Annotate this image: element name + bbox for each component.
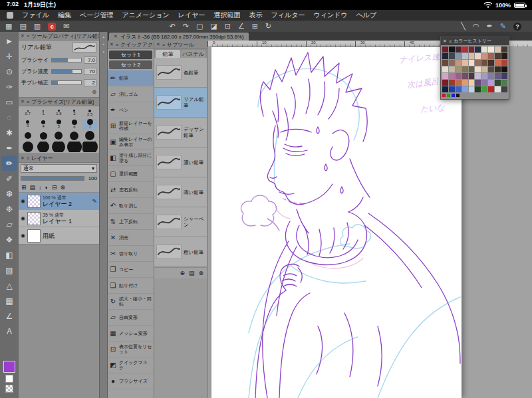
auto-select-tool[interactable]: ✱ [1,125,17,140]
brush-size-preset[interactable]: 2 [66,108,82,118]
color-swatch[interactable] [475,80,481,86]
color-swatch[interactable] [475,86,481,92]
panel-menu-icon[interactable]: ≡ [27,156,29,161]
app-menu-icon[interactable] [7,12,13,19]
quick-access-item[interactable]: ▱消しゴム [108,86,154,102]
color-swatch[interactable] [495,73,501,79]
pencil-tool[interactable]: ✏ [1,155,17,171]
eraser-tool[interactable]: ▱ [1,217,17,232]
color-swatch[interactable] [456,80,462,86]
color-swatch[interactable] [442,73,448,79]
color-swatch[interactable] [449,47,455,52]
delete-subtool-icon[interactable]: ⊗ [198,270,203,276]
color-swatch[interactable] [501,60,507,66]
color-swatch[interactable] [481,73,487,79]
color-swatch[interactable] [462,80,468,86]
menu-item-ヘルプ[interactable]: ヘルプ [356,11,377,20]
brush-size-preset[interactable] [35,142,51,152]
new-layer-icon[interactable]: ⊞ [21,184,27,191]
figure-tool[interactable]: △ [1,278,17,293]
color-swatch[interactable] [469,47,475,52]
color-swatch-small[interactable] [447,94,450,97]
color-swatch[interactable] [469,60,475,66]
wrench-icon[interactable]: ⊚ [92,89,96,95]
color-swatch[interactable] [469,53,475,59]
color-swatch[interactable] [449,66,455,72]
quick-access-item[interactable]: ◧塗り残し部分に塗る [108,150,154,166]
color-swatch[interactable] [488,53,494,59]
panel-menu-icon[interactable]: ≡ [162,43,165,47]
blend-mode-dropdown[interactable]: 通常 ▾ [21,164,97,173]
main-color-swatch[interactable] [3,361,15,373]
color-swatch[interactable] [462,60,468,66]
color-swatch[interactable] [469,66,475,72]
new-folder-icon[interactable]: ▤ [30,184,36,191]
fill-tool[interactable]: ◧ [1,247,17,262]
clip-studio-icon[interactable]: c [48,23,56,31]
menu-item-レイヤー[interactable]: レイヤー [178,11,205,20]
color-swatch[interactable] [469,80,475,86]
color-swatch[interactable] [481,60,487,66]
brush-icon[interactable]: ✎ [500,21,506,32]
menu-item-アニメーション[interactable]: アニメーション [122,11,169,20]
color-swatch[interactable] [475,66,481,72]
close-icon[interactable]: ✕ [21,99,25,104]
blend-tool[interactable]: ❖ [1,232,17,247]
color-swatch[interactable] [456,47,462,52]
dock-handle-icon[interactable]: ▪ [102,43,104,47]
quick-access-item[interactable]: ⊞新規レイヤーを作成 [108,118,154,134]
brush-size-preset[interactable]: 7 [82,119,98,130]
document-tab[interactable]: ✕ イラスト-36 (B5 182.00 x 257.00mm 350dpi 5… [109,33,249,41]
crop-icon[interactable]: ⊡ [225,21,231,32]
color-swatch[interactable] [488,47,494,52]
brush-size-preset[interactable]: 1.5 [51,108,66,118]
dock-handle-icon[interactable]: ▪ [102,50,104,54]
color-swatch[interactable] [495,80,501,86]
subtool-item[interactable]: 粗い鉛筆 [154,237,207,267]
brush-size-preset[interactable] [35,130,51,141]
dock-handle-icon[interactable]: ▪ [102,35,104,39]
quick-access-item[interactable]: ⇅上下反転 [108,214,154,230]
brush-size-preset[interactable] [82,142,98,152]
frame-border-tool[interactable]: ▦ [1,293,17,308]
color-swatch[interactable] [456,60,462,66]
page-manager-icon[interactable]: ▤ [19,21,26,32]
deselect-icon[interactable]: ▢ [196,21,203,32]
color-swatch[interactable] [481,86,487,92]
color-swatch[interactable] [456,73,462,79]
brush-size-preset[interactable] [66,130,82,141]
quick-access-item[interactable]: ↻拡大・縮小・回転 [108,294,154,310]
color-swatch[interactable] [475,73,481,79]
color-swatch[interactable] [449,86,455,92]
param-value[interactable]: 2 [84,79,96,86]
color-swatch[interactable] [481,53,487,59]
menu-item-編集[interactable]: 編集 [58,11,71,20]
color-swatch[interactable] [501,73,507,79]
move-layer-tool[interactable]: ✛ [1,49,17,64]
ruler-tool[interactable]: ∠ [1,308,17,324]
brush-size-preset[interactable]: 5 [51,119,66,130]
color-swatch[interactable] [495,60,501,66]
quick-access-item[interactable]: ✕消去 [108,230,154,246]
brush-size-preset[interactable]: 6 [66,119,82,130]
color-swatch[interactable] [442,53,448,59]
visibility-eye-icon[interactable]: ◉ [21,233,25,239]
color-swatch[interactable] [475,60,481,66]
color-swatch[interactable] [456,53,462,59]
color-swatch[interactable] [488,80,494,86]
panel-menu-icon[interactable]: ≡ [27,34,29,39]
menu-item-選択範囲[interactable]: 選択範囲 [214,11,241,20]
subtool-item[interactable]: デッサン鉛筆 [154,118,207,148]
subtool-item[interactable]: シャーペン [154,207,207,237]
help-icon[interactable]: ? [513,23,521,31]
brush-size-preset[interactable] [82,130,98,141]
color-swatch[interactable] [456,86,462,92]
brush-size-preset[interactable] [20,130,35,141]
color-swatch[interactable] [488,86,494,92]
layer-mask-icon[interactable]: ◐ [45,184,49,191]
canvas-page[interactable]: ナイレス速度次は風呂たいな [211,47,462,398]
close-icon[interactable]: ✕ [21,33,25,39]
lasso-select-tool[interactable]: ◌ [1,110,17,125]
color-swatch[interactable] [501,47,507,52]
menu-item-ファイル[interactable]: ファイル [22,11,49,20]
